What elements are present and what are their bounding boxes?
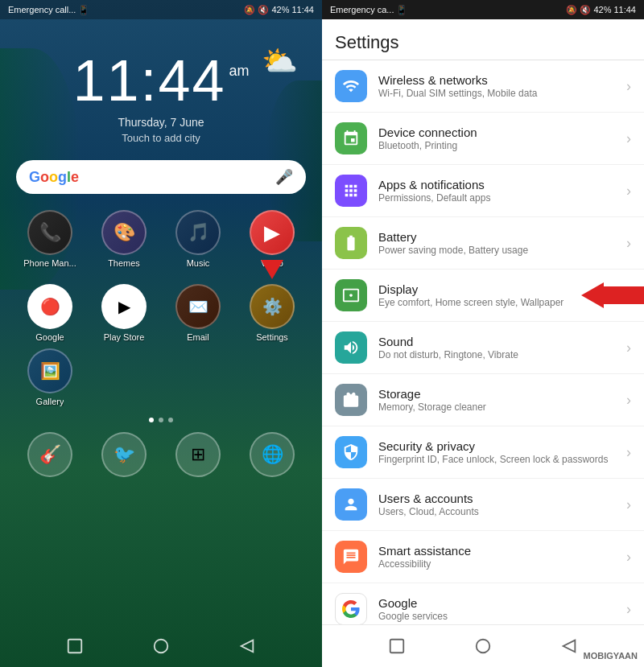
left-status-right: 🔕 🔇 42% 11:44 bbox=[244, 5, 314, 15]
right-nav-square[interactable] bbox=[386, 635, 408, 657]
users-chevron: › bbox=[626, 496, 631, 513]
storage-icon-wrap bbox=[335, 384, 367, 416]
settings-item-smart[interactable]: Smart assistance Accessibility › bbox=[322, 531, 644, 583]
app-label-themes: Themes bbox=[108, 258, 140, 268]
display-text: Display Eye comfort, Home screen style, … bbox=[378, 282, 626, 308]
time-display: 11:44 bbox=[72, 51, 225, 109]
dot-3 bbox=[168, 418, 173, 422]
mic-icon[interactable]: 🎤 bbox=[275, 168, 293, 186]
wireless-name: Wireless & networks bbox=[378, 73, 626, 87]
app-item-video[interactable]: ▶ Video bbox=[238, 210, 306, 268]
left-status-bar: Emergency call... 📱 🔕 🔇 42% 11:44 bbox=[0, 0, 322, 19]
dock-item-4[interactable]: 🌐 bbox=[238, 432, 306, 477]
bottom-dock: 🎸 🐦 ⊞ 🌐 bbox=[0, 426, 322, 484]
sound-sub: Do not disturb, Ringtone, Vibrate bbox=[378, 349, 626, 360]
apps-chevron: › bbox=[626, 183, 631, 200]
right-dnd-icon: 🔕 bbox=[566, 5, 577, 15]
wireless-text: Wireless & networks Wi-Fi, Dual SIM sett… bbox=[378, 73, 626, 99]
settings-item-apps[interactable]: Apps & notifications Permissions, Defaul… bbox=[322, 165, 644, 217]
app-item-email[interactable]: ✉️ Email bbox=[164, 284, 232, 342]
app-icon-phone: 📞 bbox=[27, 210, 72, 255]
storage-chevron: › bbox=[626, 392, 631, 409]
app-label-video: Video bbox=[261, 258, 283, 268]
left-status-left: Emergency call... 📱 bbox=[8, 5, 89, 15]
device-name: Device connection bbox=[378, 126, 626, 139]
device-icon-wrap bbox=[335, 122, 367, 154]
svg-point-4 bbox=[477, 640, 490, 653]
app-item-playstore[interactable]: ▶ Play Store bbox=[90, 284, 158, 342]
sound-chevron: › bbox=[626, 340, 631, 356]
device-text: Device connection Bluetooth, Printing bbox=[378, 126, 626, 151]
sound-text: Sound Do not disturb, Ringtone, Vibrate bbox=[378, 335, 626, 360]
app-icon-themes: 🎨 bbox=[101, 210, 147, 255]
settings-item-wireless[interactable]: Wireless & networks Wi-Fi, Dual SIM sett… bbox=[322, 60, 644, 113]
google-text: Google Google services bbox=[378, 596, 626, 622]
right-emergency-text: Emergency ca... bbox=[330, 5, 394, 14]
users-text: Users & accounts Users, Cloud, Accounts bbox=[378, 492, 626, 517]
google-logo: Google bbox=[29, 169, 79, 186]
nav-home[interactable] bbox=[150, 635, 172, 657]
dot-1 bbox=[149, 418, 154, 422]
dock-item-2[interactable]: 🐦 bbox=[90, 432, 158, 477]
settings-item-storage[interactable]: Storage Memory, Storage cleaner › bbox=[322, 374, 644, 426]
storage-name: Storage bbox=[378, 387, 626, 401]
left-panel: Emergency call... 📱 🔕 🔇 42% 11:44 11:44 … bbox=[0, 0, 322, 667]
right-nav-back[interactable] bbox=[558, 635, 580, 657]
touch-city[interactable]: Touch to add city bbox=[0, 132, 322, 144]
nav-square[interactable] bbox=[64, 635, 86, 657]
time-section: 11:44 am Thursday, 7 June Touch to add c… bbox=[0, 19, 322, 144]
app-icon-playstore: ▶ bbox=[101, 284, 147, 329]
storage-text: Storage Memory, Storage cleaner bbox=[378, 387, 626, 413]
app-item-gallery[interactable]: 🖼️ Gallery bbox=[16, 348, 84, 406]
right-status-right: 🔕 🔇 42% 11:44 bbox=[566, 5, 636, 15]
display-chevron: › bbox=[626, 287, 631, 304]
app-item-google[interactable]: 🔴 Google bbox=[16, 284, 84, 342]
storage-sub: Memory, Storage cleaner bbox=[378, 401, 626, 413]
battery-chevron: › bbox=[626, 235, 631, 252]
right-battery-text: 42% 11:44 bbox=[593, 5, 636, 14]
sound-icon-wrap bbox=[335, 331, 367, 364]
right-panel: Emergency ca... 📱 🔕 🔇 42% 11:44 Settings… bbox=[322, 0, 644, 667]
right-nav-bar bbox=[322, 624, 644, 667]
google-chevron: › bbox=[626, 601, 631, 618]
security-chevron: › bbox=[626, 444, 631, 461]
security-text: Security & privacy Fingerprint ID, Face … bbox=[378, 439, 626, 465]
right-nav-home[interactable] bbox=[472, 635, 494, 657]
smart-sub: Accessibility bbox=[378, 558, 626, 570]
battery-sub: Power saving mode, Battery usage bbox=[378, 245, 626, 256]
google-search-bar[interactable]: Google 🎤 bbox=[16, 160, 306, 194]
settings-item-display[interactable]: Display Eye comfort, Home screen style, … bbox=[322, 270, 644, 322]
app-label-playstore: Play Store bbox=[104, 332, 145, 342]
settings-item-device[interactable]: Device connection Bluetooth, Printing › bbox=[322, 113, 644, 165]
app-item-settings[interactable]: ⚙️ Settings bbox=[238, 284, 306, 342]
app-icon-email: ✉️ bbox=[175, 284, 221, 329]
settings-item-sound[interactable]: Sound Do not disturb, Ringtone, Vibrate … bbox=[322, 322, 644, 374]
date-display: Thursday, 7 June bbox=[0, 116, 322, 129]
battery-text-wrap: Battery Power saving mode, Battery usage bbox=[378, 230, 626, 256]
settings-item-security[interactable]: Security & privacy Fingerprint ID, Face … bbox=[322, 426, 644, 479]
right-status-left: Emergency ca... 📱 bbox=[330, 5, 407, 15]
mute-icon: 🔇 bbox=[258, 5, 269, 15]
display-sub: Eye comfort, Home screen style, Wallpape… bbox=[378, 297, 626, 308]
settings-item-users[interactable]: Users & accounts Users, Cloud, Accounts … bbox=[322, 479, 644, 531]
dock-item-1[interactable]: 🎸 bbox=[16, 432, 84, 477]
app-item-phone[interactable]: 📞 Phone Man... bbox=[16, 210, 84, 268]
app-item-themes[interactable]: 🎨 Themes bbox=[90, 210, 158, 268]
page-dots bbox=[0, 418, 322, 422]
nav-back[interactable] bbox=[236, 635, 258, 657]
app-label-email: Email bbox=[187, 332, 209, 342]
settings-item-battery[interactable]: Battery Power saving mode, Battery usage… bbox=[322, 217, 644, 270]
app-icon-music: 🎵 bbox=[175, 210, 221, 255]
dock-item-3[interactable]: ⊞ bbox=[164, 432, 232, 477]
app-grid-row2: 🔴 Google ▶ Play Store ✉️ Email bbox=[0, 276, 322, 414]
battery-name: Battery bbox=[378, 230, 626, 244]
dock-icon-3: ⊞ bbox=[175, 432, 221, 477]
app-label-gallery: Gallery bbox=[36, 397, 64, 406]
dock-icon-2: 🐦 bbox=[101, 432, 147, 477]
app-item-music[interactable]: 🎵 Music bbox=[164, 210, 232, 268]
app-label-google: Google bbox=[35, 332, 64, 342]
device-chevron: › bbox=[626, 130, 631, 147]
sound-name: Sound bbox=[378, 335, 626, 348]
display-icon-wrap bbox=[335, 279, 367, 311]
settings-item-google[interactable]: Google Google services › bbox=[322, 583, 644, 624]
